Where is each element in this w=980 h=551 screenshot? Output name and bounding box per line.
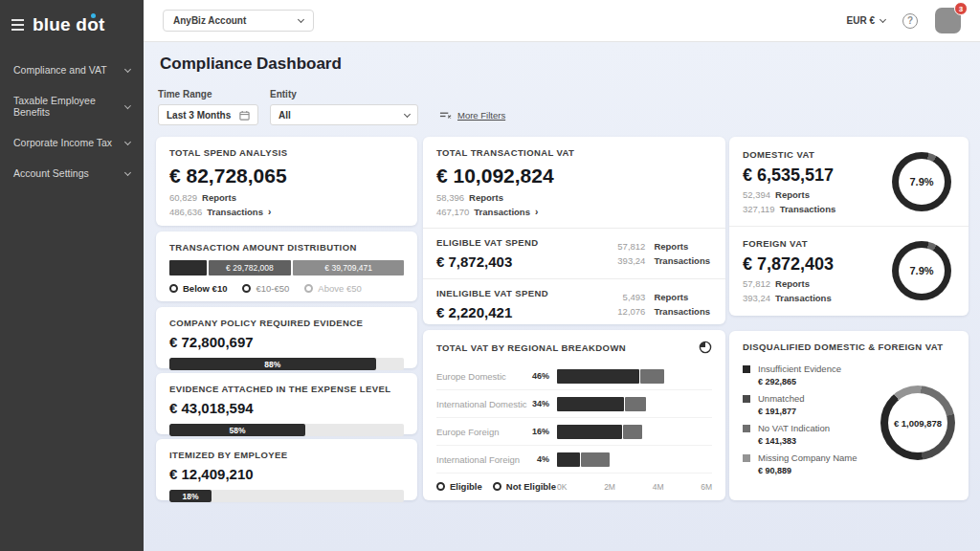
radio-eligible[interactable]: Eligible bbox=[436, 481, 482, 492]
help-glyph: ? bbox=[907, 15, 913, 26]
sidebar-item-label: Taxable Employee Benefits bbox=[13, 95, 125, 118]
card-title: FOREIGN VAT bbox=[743, 238, 834, 249]
transactions-label: Transactions bbox=[654, 306, 710, 317]
currency-selector[interactable]: EUR € bbox=[847, 15, 885, 26]
not-eligible-bar bbox=[625, 397, 646, 411]
sidebar-item-label: Account Settings bbox=[13, 167, 89, 179]
evidence-amount: € 43,018,594 bbox=[169, 400, 404, 416]
regional-breakdown-card: TOTAL VAT BY REGIONAL BREAKDOWN Europe D… bbox=[423, 330, 725, 500]
radio-icon bbox=[436, 482, 445, 491]
radio-above-50[interactable]: Above €50 bbox=[304, 283, 361, 294]
transactions-count: 327,119 bbox=[743, 204, 775, 214]
time-range-input[interactable]: Last 3 Months bbox=[158, 104, 258, 125]
legend-item-missing-company-name: Missing Company Name € 90,889 bbox=[743, 452, 880, 475]
time-range-value: Last 3 Months bbox=[167, 110, 231, 121]
legend-swatch bbox=[743, 365, 750, 373]
sidebar-item-account-settings[interactable]: Account Settings bbox=[0, 158, 144, 188]
chevron-down-icon bbox=[298, 16, 304, 23]
account-selector[interactable]: AnyBiz Account bbox=[163, 10, 314, 32]
policy-amount: € 72,800,697 bbox=[169, 334, 404, 350]
card-title: TOTAL VAT BY REGIONAL BREAKDOWN bbox=[436, 342, 626, 353]
reports-count: 52,394 bbox=[743, 189, 770, 200]
eligible-bar bbox=[557, 369, 639, 384]
entity-select[interactable]: All bbox=[270, 104, 418, 125]
distribution-segment-2: € 29,782,008 bbox=[209, 260, 292, 276]
eligible-vat-section: ELIGIBLE VAT SPEND € 7,872,403 57,812Rep… bbox=[423, 228, 725, 278]
regional-row-europe-foreign: Europe Foreign 16% bbox=[436, 418, 712, 446]
reports-label: Reports bbox=[654, 241, 710, 252]
notification-badge: 3 bbox=[954, 2, 968, 15]
transactions-label: Transactions bbox=[654, 255, 710, 266]
more-filters-link[interactable]: More Filters bbox=[439, 110, 505, 121]
main-content: Compliance Dashboard Time Range Last 3 M… bbox=[144, 42, 980, 551]
progress-percent-label: 58% bbox=[230, 426, 246, 435]
reports-label: Reports bbox=[469, 192, 503, 203]
more-filters-label: More Filters bbox=[457, 110, 505, 121]
disqualified-legend: Insufficient Evidence € 292,865 Unmatche… bbox=[743, 364, 880, 482]
transactions-link-chevron[interactable]: › bbox=[535, 207, 538, 217]
chevron-down-icon bbox=[404, 110, 411, 117]
card-title: TOTAL SPEND ANALYSIS bbox=[169, 147, 404, 158]
legend-swatch bbox=[743, 425, 750, 432]
radio-label: Below €10 bbox=[183, 283, 227, 294]
axis-tick: 2M bbox=[604, 482, 615, 492]
hamburger-menu-icon[interactable] bbox=[11, 19, 24, 31]
account-selector-value: AnyBiz Account bbox=[173, 15, 246, 26]
radio-label: Above €50 bbox=[318, 283, 361, 294]
help-icon[interactable]: ? bbox=[902, 13, 918, 29]
domestic-amount: € 6,535,517 bbox=[743, 165, 835, 186]
foreign-amount: € 7,872,403 bbox=[743, 254, 834, 275]
sidebar-item-compliance-and-vat[interactable]: Compliance and VAT bbox=[0, 55, 144, 85]
transactions-link-chevron[interactable]: › bbox=[268, 207, 271, 217]
card-title: TRANSACTION AMOUNT DISTRIBUTION bbox=[169, 242, 404, 253]
card-title: ELIGIBLE VAT SPEND bbox=[436, 237, 539, 248]
total-spend-amount: € 82,728,065 bbox=[169, 165, 404, 187]
legend-label: Insufficient Evidence bbox=[758, 364, 841, 374]
radio-label: Not Eligible bbox=[506, 481, 556, 492]
sidebar-item-corporate-income-tax[interactable]: Corporate Income Tax bbox=[0, 127, 144, 158]
chevron-down-icon bbox=[880, 16, 886, 23]
card-title: ITEMIZED BY EMPLOYEE bbox=[169, 450, 404, 460]
transactional-vat-card: TOTAL TRANSACTIONAL VAT € 10,092,824 58,… bbox=[423, 137, 725, 324]
evidence-progress-track: 58% bbox=[169, 424, 404, 436]
distribution-stacked-bar: € 29,782,008 € 39,709,471 bbox=[169, 260, 404, 276]
card-title: COMPANY POLICY REQUIRED EVIDENCE bbox=[169, 318, 404, 328]
disqualified-donut: € 1,009,878 bbox=[880, 386, 955, 460]
entity-label: Entity bbox=[270, 89, 418, 99]
not-eligible-bar bbox=[640, 369, 663, 384]
transactions-count: 393,24 bbox=[605, 255, 645, 266]
itemized-by-employee-card: ITEMIZED BY EMPLOYEE € 12,409,210 18% bbox=[156, 439, 417, 500]
not-eligible-bar bbox=[581, 452, 610, 467]
row-label: International Foreign bbox=[436, 454, 524, 465]
app-logo: blue dot bbox=[33, 14, 104, 35]
transactions-count: 486,636 bbox=[169, 207, 202, 217]
transaction-distribution-card: TRANSACTION AMOUNT DISTRIBUTION € 29,782… bbox=[156, 231, 417, 301]
reports-count: 57,812 bbox=[743, 278, 770, 289]
top-bar: AnyBiz Account EUR € ? 3 bbox=[144, 0, 980, 42]
domestic-vat-rate-donut: 7.9% bbox=[892, 152, 951, 211]
disqualified-vat-card: DISQUALIFIED DOMESTIC & FOREIGN VAT Insu… bbox=[729, 331, 969, 500]
transactions-count: 393,24 bbox=[743, 293, 770, 303]
filters-bar: Time Range Last 3 Months Entity All More… bbox=[158, 89, 505, 125]
radio-label: Eligible bbox=[450, 481, 482, 492]
calendar-icon bbox=[239, 110, 250, 121]
reports-label: Reports bbox=[202, 192, 236, 203]
eligible-bar bbox=[557, 397, 624, 411]
sidebar-item-taxable-employee-benefits[interactable]: Taxable Employee Benefits bbox=[0, 85, 144, 127]
legend-amount: € 90,889 bbox=[758, 466, 880, 475]
radio-not-eligible[interactable]: Not Eligible bbox=[493, 481, 556, 492]
eligible-amount: € 7,872,403 bbox=[436, 253, 539, 270]
axis-tick: 0K bbox=[557, 482, 567, 492]
ineligible-amount: € 2,220,421 bbox=[436, 304, 548, 320]
radio-10-50[interactable]: €10-€50 bbox=[242, 283, 289, 294]
distribution-segment-3: € 39,709,471 bbox=[293, 260, 404, 276]
x-axis-ticks: 0K 2M 4M 6M bbox=[557, 482, 712, 492]
radio-below-10[interactable]: Below €10 bbox=[169, 283, 227, 294]
legend-amount: € 292,865 bbox=[758, 377, 880, 386]
progress-percent-label: 18% bbox=[183, 492, 199, 501]
radio-icon bbox=[304, 284, 313, 293]
radio-icon bbox=[242, 284, 251, 293]
card-title: DOMESTIC VAT bbox=[743, 149, 835, 160]
reports-count: 58,396 bbox=[436, 192, 464, 203]
axis-tick: 4M bbox=[653, 482, 664, 492]
